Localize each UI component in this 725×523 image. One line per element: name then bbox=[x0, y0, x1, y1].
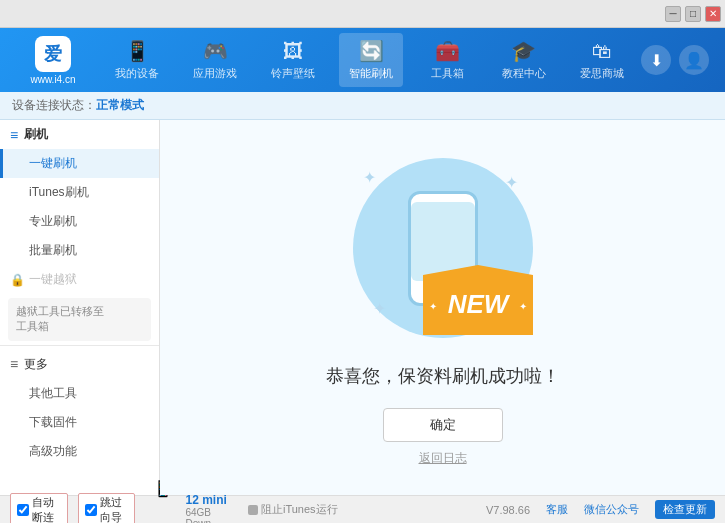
confirm-button[interactable]: 确定 bbox=[383, 408, 503, 442]
svg-text:NEW: NEW bbox=[447, 289, 510, 319]
sidebar-item-download-firmware-label: 下载固件 bbox=[29, 415, 77, 429]
svg-text:✦: ✦ bbox=[519, 301, 527, 312]
nav-tools[interactable]: 🧰 工具箱 bbox=[418, 33, 478, 87]
nav-my-device-icon: 📱 bbox=[125, 39, 150, 63]
logo-icon: 爱 bbox=[35, 36, 71, 72]
sidebar-item-jailbreak: 🔒 一键越狱 bbox=[0, 265, 159, 294]
phone-illustration: ✦ ✦ ✦ NEW ✦ ✦ bbox=[343, 148, 543, 348]
nav-right: ⬇ 👤 bbox=[641, 45, 717, 75]
nav-my-device[interactable]: 📱 我的设备 bbox=[105, 33, 169, 87]
skip-wizard-checkbox[interactable]: 跳过向导 bbox=[78, 493, 136, 524]
check-update-button[interactable]: 检查更新 bbox=[655, 500, 715, 519]
nav-smart-flash[interactable]: 🔄 智能刷机 bbox=[339, 33, 403, 87]
sidebar-notice-text: 越狱工具已转移至 工具箱 bbox=[16, 305, 104, 332]
nav-tools-label: 工具箱 bbox=[431, 66, 464, 81]
sidebar-item-download-firmware[interactable]: 下载固件 bbox=[0, 408, 159, 437]
sidebar-item-batch-flash[interactable]: 批量刷机 bbox=[0, 236, 159, 265]
new-ribbon: NEW ✦ ✦ bbox=[423, 265, 533, 338]
nav-apps[interactable]: 🎮 应用游戏 bbox=[183, 33, 247, 87]
sidebar-section-more: ≡ 更多 bbox=[0, 350, 159, 379]
logo-url: www.i4.cn bbox=[30, 74, 75, 85]
sidebar-item-itunes-flash-label: iTunes刷机 bbox=[29, 185, 89, 199]
sidebar-item-advanced[interactable]: 高级功能 bbox=[0, 437, 159, 466]
window-controls: ─ □ ✕ bbox=[665, 6, 721, 22]
sidebar-divider bbox=[0, 345, 159, 346]
nav-apps-label: 应用游戏 bbox=[193, 66, 237, 81]
sidebar-more-icon: ≡ bbox=[10, 356, 18, 372]
nav-bar: 📱 我的设备 🎮 应用游戏 🖼 铃声壁纸 🔄 智能刷机 🧰 工具箱 🎓 教程中心… bbox=[98, 33, 641, 87]
nav-wallpaper-label: 铃声壁纸 bbox=[271, 66, 315, 81]
header: 爱 www.i4.cn 📱 我的设备 🎮 应用游戏 🖼 铃声壁纸 🔄 智能刷机 … bbox=[0, 28, 725, 92]
sparkle-bl: ✦ bbox=[373, 299, 386, 318]
bottom-bar: 自动断连 跳过向导 📱 iPhone 12 mini 64GB Down-12m… bbox=[0, 495, 725, 523]
sidebar-item-other-tools[interactable]: 其他工具 bbox=[0, 379, 159, 408]
nav-mall-icon: 🛍 bbox=[592, 40, 612, 63]
customer-service-link[interactable]: 客服 bbox=[546, 502, 568, 517]
main-layout: ≡ 刷机 一键刷机 iTunes刷机 专业刷机 批量刷机 🔒 一键越狱 越狱工具… bbox=[0, 120, 725, 495]
sidebar-item-pro-flash-label: 专业刷机 bbox=[29, 214, 77, 228]
nav-mall-label: 爱思商城 bbox=[580, 66, 624, 81]
nav-tutorials-icon: 🎓 bbox=[511, 39, 536, 63]
bottom-stop-area: 阻止iTunes运行 bbox=[248, 502, 486, 517]
nav-tutorials-label: 教程中心 bbox=[502, 66, 546, 81]
sidebar-more-label: 更多 bbox=[24, 356, 48, 373]
sparkle-tr: ✦ bbox=[505, 173, 518, 192]
back-to-log-link[interactable]: 返回日志 bbox=[419, 450, 467, 467]
auto-disconnect-label: 自动断连 bbox=[32, 495, 61, 524]
nav-my-device-label: 我的设备 bbox=[115, 66, 159, 81]
nav-smart-flash-icon: 🔄 bbox=[359, 39, 384, 63]
sidebar-item-one-key-flash[interactable]: 一键刷机 bbox=[0, 149, 159, 178]
status-bar: 设备连接状态： 正常模式 bbox=[0, 92, 725, 120]
nav-wallpaper[interactable]: 🖼 铃声壁纸 bbox=[261, 34, 325, 87]
nav-smart-flash-label: 智能刷机 bbox=[349, 66, 393, 81]
stop-icon bbox=[248, 505, 258, 515]
sidebar-item-other-tools-label: 其他工具 bbox=[29, 386, 77, 400]
success-message: 恭喜您，保资料刷机成功啦！ bbox=[326, 364, 560, 388]
user-button[interactable]: 👤 bbox=[679, 45, 709, 75]
nav-apps-icon: 🎮 bbox=[203, 39, 228, 63]
stop-itunes-label: 阻止iTunes运行 bbox=[261, 502, 338, 517]
sidebar-flash-label: 刷机 bbox=[24, 126, 48, 143]
close-button[interactable]: ✕ bbox=[705, 6, 721, 22]
device-storage: 64GB bbox=[185, 507, 240, 518]
version-text: V7.98.66 bbox=[486, 504, 530, 516]
wechat-link[interactable]: 微信公众号 bbox=[584, 502, 639, 517]
content-area: ✦ ✦ ✦ NEW ✦ ✦ 恭喜您，保资料刷机成功啦！ 确定 返回日志 bbox=[160, 120, 725, 495]
svg-text:✦: ✦ bbox=[429, 301, 437, 312]
download-button[interactable]: ⬇ bbox=[641, 45, 671, 75]
nav-mall[interactable]: 🛍 爱思商城 bbox=[570, 34, 634, 87]
logo-area: 爱 www.i4.cn bbox=[8, 36, 98, 85]
sidebar-item-one-key-flash-label: 一键刷机 bbox=[29, 156, 77, 170]
sidebar-notice: 越狱工具已转移至 工具箱 bbox=[8, 298, 151, 341]
status-label: 设备连接状态： bbox=[12, 97, 96, 114]
nav-tutorials[interactable]: 🎓 教程中心 bbox=[492, 33, 556, 87]
title-bar: ─ □ ✕ bbox=[0, 0, 725, 28]
sidebar-item-advanced-label: 高级功能 bbox=[29, 444, 77, 458]
sidebar-item-pro-flash[interactable]: 专业刷机 bbox=[0, 207, 159, 236]
skip-wizard-input[interactable] bbox=[85, 504, 97, 516]
sparkle-tl: ✦ bbox=[363, 168, 376, 187]
status-value: 正常模式 bbox=[96, 97, 144, 114]
sidebar-jailbreak-label: 一键越狱 bbox=[29, 271, 77, 288]
nav-tools-icon: 🧰 bbox=[435, 39, 460, 63]
skip-wizard-label: 跳过向导 bbox=[100, 495, 129, 524]
nav-wallpaper-icon: 🖼 bbox=[283, 40, 303, 63]
sidebar: ≡ 刷机 一键刷机 iTunes刷机 专业刷机 批量刷机 🔒 一键越狱 越狱工具… bbox=[0, 120, 160, 495]
stop-itunes-button[interactable]: 阻止iTunes运行 bbox=[248, 502, 338, 517]
sidebar-section-flash: ≡ 刷机 bbox=[0, 120, 159, 149]
sidebar-flash-icon: ≡ bbox=[10, 127, 18, 143]
maximize-button[interactable]: □ bbox=[685, 6, 701, 22]
lock-icon: 🔒 bbox=[10, 273, 25, 287]
auto-disconnect-input[interactable] bbox=[17, 504, 29, 516]
sidebar-item-batch-flash-label: 批量刷机 bbox=[29, 243, 77, 257]
device-system: Down-12mini-13,1 bbox=[185, 518, 240, 523]
bottom-right: V7.98.66 客服 微信公众号 检查更新 bbox=[486, 500, 715, 519]
auto-disconnect-checkbox[interactable]: 自动断连 bbox=[10, 493, 68, 524]
minimize-button[interactable]: ─ bbox=[665, 6, 681, 22]
sidebar-item-itunes-flash[interactable]: iTunes刷机 bbox=[0, 178, 159, 207]
